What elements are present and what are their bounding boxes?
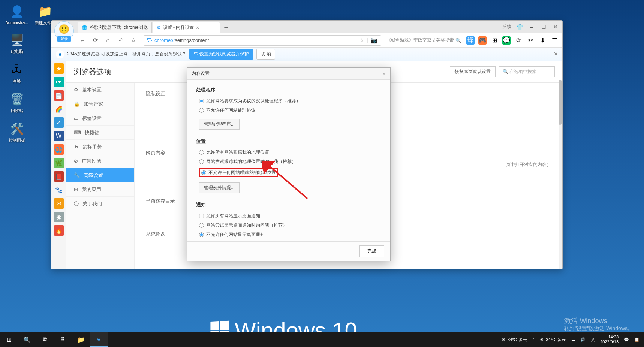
restore-defaults-button[interactable]: 恢复本页默认设置 <box>450 66 496 77</box>
rail-fire-icon[interactable]: 🔥 <box>54 225 64 236</box>
radio-icon <box>201 170 206 175</box>
search-hint[interactable]: 《鱿鱼游戏》李政宰获艾美奖视帝 🔍 <box>386 37 461 43</box>
desktop-icons-col1: 👤Administra... 🖥️此电脑 🖧网络 🗑️回收站 🛠️控制面板 <box>4 4 30 143</box>
explorer-button[interactable]: 📁 <box>72 332 90 347</box>
address-bar[interactable]: 🛡 chrome://settings/content ☆ | 📷 <box>144 35 381 46</box>
notify-opt3[interactable]: 不允许任何网站显示桌面通知 <box>196 232 381 238</box>
handler-opt1[interactable]: 允许网站要求成为协议的默认处理程序（推荐） <box>196 98 381 104</box>
scrollbar[interactable] <box>559 80 562 269</box>
manage-location-exceptions-button[interactable]: 管理例外情况... <box>199 182 240 193</box>
wechat-icon[interactable]: 💬 <box>502 36 511 45</box>
location-opt1[interactable]: 允许所有网站跟踪我的地理位置 <box>196 149 381 156</box>
shield-icon: ⊘ <box>74 158 78 164</box>
feedback-label[interactable]: 反馈 <box>502 24 511 30</box>
undo-button[interactable]: ↶ <box>116 36 126 45</box>
rail-browser-icon[interactable]: 🌐 <box>54 144 64 155</box>
close-icon[interactable]: × <box>196 25 199 31</box>
location-opt3[interactable]: 不允许任何网站跟踪我的地理位置 <box>196 168 381 177</box>
account-button[interactable]: 🙂 登录 <box>54 21 74 41</box>
desktop-icon-pc[interactable]: 🖥️此电脑 <box>4 32 30 54</box>
notification-icon[interactable]: 💬 <box>624 337 629 342</box>
close-button[interactable]: ✕ <box>552 23 559 31</box>
nav-basic[interactable]: ⚙基本设置 <box>66 83 134 97</box>
download-icon[interactable]: ⬇ <box>538 36 547 45</box>
rail-word-icon[interactable]: W <box>54 131 64 141</box>
rail-paw-icon[interactable]: 🐾 <box>54 185 64 195</box>
camera-icon[interactable]: 📷 <box>370 37 378 44</box>
handler-opt2[interactable]: 不允许任何网站处理协议 <box>196 107 381 114</box>
desktop-icon-recycle[interactable]: 🗑️回收站 <box>4 91 30 114</box>
rail-check-icon[interactable]: ✓ <box>54 117 64 128</box>
clock[interactable]: 14:33 2022/9/13 <box>600 335 619 344</box>
section-notify: 通知 允许所有网站显示桌面通知 网站尝试显示桌面通知时询问我（推荐） 不允许任何… <box>196 202 381 241</box>
set-default-button[interactable]: 🛡 设置为默认浏览器并保护 <box>189 49 253 60</box>
close-icon[interactable]: × <box>554 50 558 58</box>
nav-myapps[interactable]: ⊞我的应用 <box>66 182 134 197</box>
tab-chrome-download[interactable]: 🌐 谷歌浏览器下载_chrome浏览 <box>78 22 152 33</box>
search-button[interactable]: 🔍 <box>18 332 36 347</box>
desktop-icon-control[interactable]: 🛠️控制面板 <box>4 121 30 143</box>
promo-text: 2345加速浏览器 可以加速上网、秒开网页，是否设为默认？ <box>67 51 186 57</box>
start-button[interactable]: ⊞ <box>0 332 18 347</box>
nav-tabs[interactable]: ▭标签设置 <box>66 111 134 126</box>
manage-handlers-button[interactable]: 管理处理程序... <box>199 119 240 130</box>
desktop-icon-network[interactable]: 🖧网络 <box>4 62 30 84</box>
weather-widget-2[interactable]: ☀ 34°C 多云 <box>540 337 566 343</box>
weather-widget[interactable]: ☀ 34°C 多云 <box>502 337 527 343</box>
task-view-button[interactable]: ⧉ <box>36 332 54 347</box>
rail-app-icon[interactable]: 📕 <box>54 171 64 182</box>
skin-icon[interactable]: 👕 <box>516 23 523 31</box>
section-location: 位置 允许所有网站跟踪我的地理位置 网站尝试跟踪我的地理位置时询问我（推荐） 不… <box>196 138 381 193</box>
close-icon[interactable]: × <box>382 70 386 77</box>
lock-icon: 🔒 <box>74 101 80 107</box>
rail-game-icon[interactable]: 🌿 <box>54 158 64 168</box>
notify-opt1[interactable]: 允许所有网站显示桌面通知 <box>196 213 381 219</box>
rail-swirl-icon[interactable]: ◉ <box>54 212 64 222</box>
rail-star-icon[interactable]: ★ <box>54 63 64 74</box>
nav-advanced[interactable]: 🔧高级设置 <box>66 168 134 182</box>
maximize-button[interactable]: ☐ <box>540 23 547 31</box>
ime-indicator[interactable]: 英 <box>591 337 595 343</box>
translate-icon[interactable]: 译 <box>466 36 475 45</box>
nav-bar: ← ⟳ ⌂ ↶ ☆ 🛡 chrome://settings/content ☆ … <box>51 33 562 48</box>
tray-onedrive-icon[interactable]: ☁ <box>571 337 575 342</box>
reload-button[interactable]: ⟳ <box>90 36 100 45</box>
scroll-thumb[interactable] <box>559 80 562 125</box>
rail-bag-icon[interactable]: 🛍 <box>54 77 64 87</box>
home-button[interactable]: ⌂ <box>103 36 113 45</box>
star-button[interactable]: ☆ <box>129 36 138 45</box>
location-opt2[interactable]: 网站尝试跟踪我的地理位置时询问我（推荐） <box>196 159 381 165</box>
nav-account[interactable]: 🔒账号管家 <box>66 97 134 111</box>
refresh-icon[interactable]: ⟳ <box>514 36 523 45</box>
settings-search-input[interactable]: 🔍 在选项中搜索 <box>499 66 555 77</box>
cut-icon[interactable]: ✂ <box>526 36 535 45</box>
done-button[interactable]: 完成 <box>359 245 384 257</box>
tray-volume-icon[interactable]: 🔊 <box>580 337 586 342</box>
back-button[interactable]: ← <box>78 36 87 45</box>
dialog-body: 处理程序 允许网站要求成为协议的默认处理程序（推荐） 不允许任何网站处理协议 管… <box>187 80 390 241</box>
bookmark-star-icon[interactable]: ☆ <box>359 37 364 44</box>
nav-shortcut[interactable]: ⌨快捷键 <box>66 126 134 140</box>
nav-about[interactable]: ⓘ关于我们 <box>66 197 134 211</box>
tab-settings-content[interactable]: ⚙ 设置 - 内容设置 × <box>153 22 220 33</box>
cancel-button[interactable]: 取 消 <box>256 49 275 60</box>
wrench-icon: 🔧 <box>74 172 80 178</box>
desktop-icon-admin[interactable]: 👤Administra... <box>4 4 30 25</box>
rail-chrome-icon[interactable]: 🌈 <box>54 104 64 114</box>
nav-adfilter[interactable]: ⊘广告过滤 <box>66 154 134 168</box>
apps-icon[interactable]: ⊞ <box>490 36 499 45</box>
shield-icon: 🛡 <box>147 37 153 44</box>
tray-chevron-icon[interactable]: ˄ <box>532 337 535 342</box>
minimize-button[interactable]: – <box>528 23 535 31</box>
handler-title: 处理程序 <box>196 87 381 93</box>
apps-button[interactable]: ⠿ <box>54 332 72 347</box>
menu-icon[interactable]: ☰ <box>550 36 559 45</box>
nav-mouse[interactable]: 🖱鼠标手势 <box>66 140 134 154</box>
edge-button[interactable]: e <box>90 332 108 347</box>
game-icon[interactable]: 🎮 <box>478 36 487 45</box>
notify-opt2[interactable]: 网站尝试显示桌面通知时询问我（推荐） <box>196 222 381 229</box>
rail-pdf-icon[interactable]: 📄 <box>54 90 64 101</box>
rail-mail-icon[interactable]: ✉ <box>54 198 64 209</box>
new-tab-button[interactable]: + <box>221 22 231 33</box>
tray-more-icon[interactable]: 📋 <box>634 337 640 342</box>
